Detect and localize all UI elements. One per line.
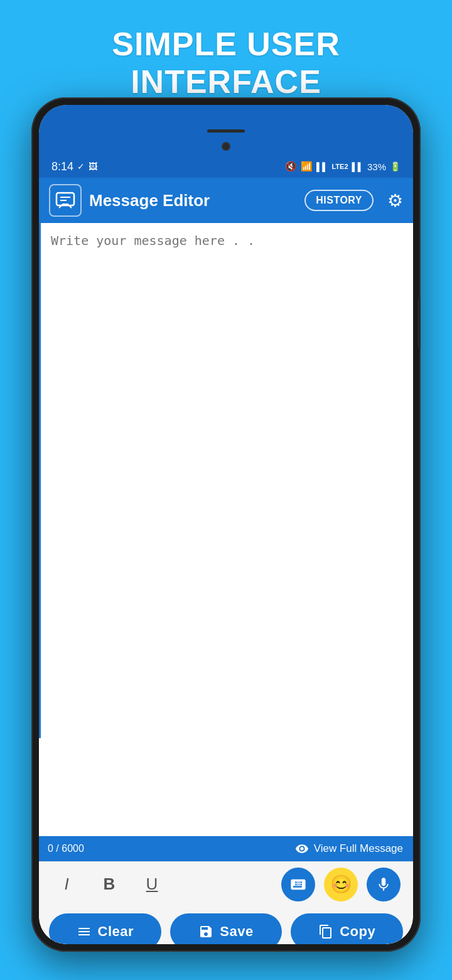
screen-content: 8:14 ✓ 🖼 🔇 📶 ▌▌ — [39, 155, 413, 944]
clear-icon — [77, 924, 92, 939]
format-buttons: I B U — [51, 869, 167, 900]
status-time: 8:14 ✓ 🖼 — [51, 160, 97, 173]
app-logo-icon — [55, 190, 75, 210]
time-display: 8:14 — [51, 160, 73, 173]
underline-button[interactable]: U — [137, 869, 167, 900]
battery-display: 33% — [367, 161, 386, 172]
page-title: SIMPLE USER INTERFACE — [13, 25, 439, 101]
copy-label: Copy — [340, 923, 375, 940]
italic-button[interactable]: I — [51, 869, 82, 900]
action-buttons-row: Clear Save — [39, 906, 413, 944]
status-bar: 8:14 ✓ 🖼 🔇 📶 ▌▌ — [39, 155, 413, 178]
copy-button[interactable]: Copy — [291, 913, 403, 944]
media-icon: 🖼 — [89, 161, 97, 172]
format-toolbar: I B U — [39, 861, 413, 906]
view-full-label: View Full Message — [314, 842, 403, 855]
status-icons: 🔇 📶 ▌▌ LTE2 ▌▌ 33% 🔋 — [285, 161, 401, 172]
app-logo — [49, 184, 82, 217]
view-full-button[interactable]: View Full Message — [285, 842, 413, 856]
save-label: Save — [220, 923, 253, 940]
signal-icon: ▌▌ — [316, 162, 328, 172]
notification-icon: ✓ — [77, 161, 85, 172]
mic-button[interactable] — [367, 868, 401, 901]
emoji-button[interactable]: 😊 — [324, 868, 358, 901]
side-button — [418, 298, 421, 349]
mute-icon: 🔇 — [285, 161, 297, 172]
message-input[interactable] — [39, 223, 413, 738]
bold-button[interactable]: B — [94, 869, 124, 900]
notch-area — [39, 105, 413, 138]
phone-inner: 8:14 ✓ 🖼 🔇 📶 ▌▌ — [39, 105, 413, 944]
clear-button[interactable]: Clear — [49, 913, 161, 944]
history-button[interactable]: HISTORY — [304, 190, 374, 211]
battery-icon: 🔋 — [390, 161, 401, 172]
phone-screen: 8:14 ✓ 🖼 🔇 📶 ▌▌ — [39, 105, 413, 944]
app-title: Message Editor — [89, 191, 297, 210]
camera-dot — [222, 142, 230, 151]
wifi-icon: 📶 — [301, 161, 313, 172]
save-button[interactable]: Save — [170, 913, 282, 944]
phone-frame: 8:14 ✓ 🖼 🔇 📶 ▌▌ — [31, 97, 421, 952]
emoji-icon: 😊 — [330, 874, 352, 895]
copy-icon — [318, 924, 333, 939]
action-icons: 😊 — [281, 868, 401, 901]
eye-icon — [295, 842, 309, 856]
signal2-icon: ▌▌ — [352, 162, 363, 172]
speaker-bar — [207, 129, 245, 133]
app-bar: Message Editor HISTORY ⚙ — [39, 178, 413, 223]
keyboard-icon — [289, 876, 307, 893]
lte-label: LTE2 — [331, 163, 348, 170]
mic-icon — [375, 876, 392, 893]
keyboard-button[interactable] — [281, 868, 315, 901]
char-count-bar: 0 / 6000 View Full Message — [39, 836, 413, 861]
settings-icon[interactable]: ⚙ — [387, 190, 403, 211]
save-icon — [198, 924, 213, 939]
char-count: 0 / 6000 — [39, 839, 93, 858]
editor-area — [39, 223, 413, 836]
camera-row — [39, 138, 413, 155]
clear-label: Clear — [98, 923, 134, 940]
